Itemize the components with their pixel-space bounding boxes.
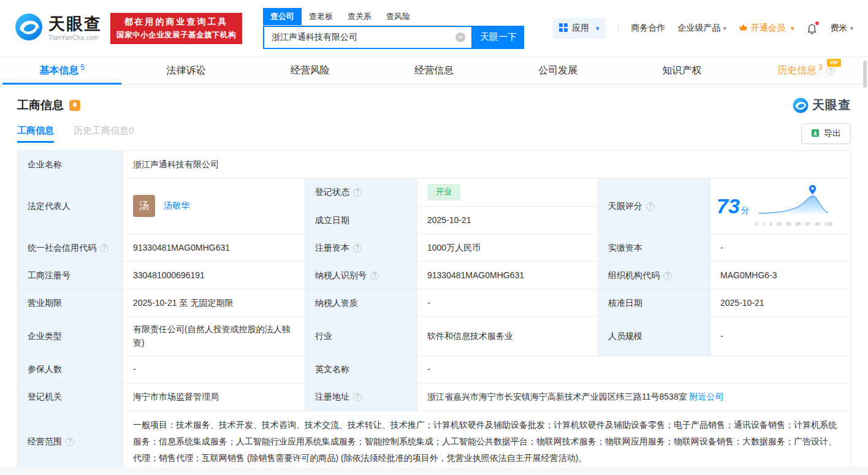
tab-intellectual-property[interactable]: 知识产权: [620, 57, 744, 84]
score-distribution-curve: [755, 184, 832, 216]
table-row: 登记机关 海宁市市场监督管理局 注册地址 浙江省嘉兴市海宁市长安镇海宁高新技术产…: [18, 383, 851, 411]
nearby-companies-link[interactable]: 附近公司: [690, 392, 724, 401]
tab-history-info[interactable]: VIP 历史信息3: [744, 57, 868, 84]
insured-value: -: [123, 355, 305, 383]
status-badge: 开业: [427, 184, 460, 200]
apps-grid-icon: [559, 23, 568, 34]
search-button[interactable]: 天眼一下: [473, 26, 524, 49]
legal-rep-label: 法定代表人: [18, 178, 123, 234]
term-value: 2025-10-21 至 无固定期限: [123, 289, 305, 316]
help-icon[interactable]: [66, 438, 74, 446]
paid-capital-value: -: [710, 234, 851, 261]
user-name: 费米: [830, 23, 847, 34]
watermark-brand-text: 天眼查: [812, 97, 851, 113]
org-code-label: 组织机构代码: [598, 261, 710, 289]
help-icon[interactable]: [353, 188, 362, 197]
taxpayer-qual-label: 纳税人资质: [305, 289, 417, 316]
company-name-value: 浙江声通科技有限公司: [123, 151, 851, 178]
term-label: 营业期限: [18, 289, 123, 316]
search-tab-risk[interactable]: 查风险: [379, 8, 417, 25]
authority-value: 海宁市市场监督管理局: [123, 383, 305, 411]
scope-value: 一般项目：技术服务、技术开发、技术咨询、技术交流、技术转让、技术推广；计算机软硬…: [123, 411, 851, 473]
help-icon[interactable]: [646, 202, 655, 211]
credit-code-value: 91330481MAG0MHG631: [123, 234, 305, 261]
reg-capital-label: 注册资本: [305, 234, 417, 261]
tab-operating-risk[interactable]: 经营风险: [248, 57, 372, 84]
brand-domain: TianYanCha.com: [48, 35, 102, 41]
help-icon[interactable]: [353, 244, 362, 253]
open-vip-button[interactable]: 开通会员: [739, 23, 794, 34]
search-tabs: 查公司 查老板 查关系 查风险: [263, 8, 454, 26]
clear-search-icon[interactable]: [455, 32, 465, 42]
reg-no-value: 330481000696191: [123, 261, 305, 289]
tab-company-development[interactable]: 公司发展: [496, 57, 620, 84]
staff-size-value: -: [710, 316, 851, 355]
export-icon: [811, 129, 820, 139]
reg-status-value: 开业: [417, 178, 598, 207]
legal-rep-link[interactable]: 汤敬华: [164, 200, 189, 210]
export-button[interactable]: 导出: [801, 123, 851, 144]
tianyan-score-cell: 73分: [710, 178, 851, 234]
help-icon[interactable]: [100, 244, 108, 253]
help-icon[interactable]: [663, 272, 672, 280]
reg-no-label: 工商注册号: [18, 261, 123, 289]
industry-label: 行业: [305, 316, 417, 355]
tab-legal-proceedings[interactable]: 法律诉讼: [124, 57, 248, 84]
table-row: 企业类型 有限责任公司(自然人投资或控股的法人独资) 行业 软件和信息技术服务业…: [18, 316, 851, 355]
help-icon[interactable]: [353, 393, 362, 401]
header-divider: [618, 23, 619, 33]
top-header: 天眼查 TianYanCha.com 都在用的商业查询工具 国家中小企业发展子基…: [0, 0, 868, 56]
footer-strip: [0, 467, 868, 475]
taxpayer-id-value: 91330481MAG0MHG631: [417, 261, 598, 289]
slogan-banner: 都在用的商业查询工具 国家中小企业发展子基金旗下机构: [110, 13, 242, 44]
subtab-business-info[interactable]: 工商信息: [17, 125, 54, 143]
slogan-line2: 国家中小企业发展子基金旗下机构: [116, 30, 236, 40]
subtab-history-business-info[interactable]: 历史工商信息0: [74, 125, 134, 143]
approval-date-label: 核准日期: [598, 289, 710, 316]
staff-size-label: 人员规模: [598, 316, 710, 355]
main-content: 工商信息 天眼查 工商信息 历史工商信息0 导出: [0, 97, 868, 473]
table-row: 工商注册号 330481000696191 纳税人识别号 91330481MAG…: [18, 261, 851, 289]
apps-menu-button[interactable]: 应用: [552, 18, 606, 39]
user-menu[interactable]: 费米: [830, 23, 853, 34]
brand-logo[interactable]: 天眼查 TianYanCha.com: [15, 13, 102, 44]
table-row: 经营范围 一般项目：技术服务、技术开发、技术咨询、技术交流、技术转让、技术推广；…: [18, 411, 851, 473]
tab-basic-info[interactable]: 基本信息5: [0, 57, 124, 84]
company-nav-tabs: 基本信息5 法律诉讼 经营风险 经营信息 公司发展 知识产权 VIP 历史信息3: [0, 56, 868, 85]
vip-badge: VIP: [827, 59, 841, 67]
tianyancha-logo-icon: [15, 13, 43, 44]
search-tab-company[interactable]: 查公司: [263, 8, 302, 25]
est-date-label: 成立日期: [305, 206, 417, 234]
english-name-label: 英文名称: [305, 355, 417, 383]
paid-capital-label: 实缴资本: [598, 234, 710, 261]
english-name-value: -: [417, 355, 851, 383]
help-icon[interactable]: [370, 272, 379, 280]
legal-rep-avatar[interactable]: 汤: [133, 195, 155, 217]
est-date-value: 2025-10-21: [417, 206, 598, 234]
history-info-count: 3: [818, 63, 823, 72]
search-tab-boss[interactable]: 查老板: [302, 8, 340, 25]
org-code-value: MAG0MHG6-3: [710, 261, 851, 289]
search-box: [263, 26, 473, 49]
subscribe-bell-icon[interactable]: [69, 100, 80, 111]
business-cooperation-link[interactable]: 商务合作: [631, 23, 665, 34]
reg-capital-value: 1000万人民币: [417, 234, 598, 261]
subtabs-row: 工商信息 历史工商信息0 导出: [17, 123, 851, 144]
page-scrollbar[interactable]: [863, 61, 867, 88]
search-input[interactable]: [270, 32, 455, 43]
search-tab-relation[interactable]: 查关系: [340, 8, 379, 25]
insured-label: 参保人数: [18, 355, 123, 383]
history-help-icon[interactable]: [826, 66, 835, 75]
table-row: 法定代表人 汤 汤敬华 登记状态 开业 天眼评分 73分: [18, 178, 851, 207]
basic-info-count: 5: [80, 63, 85, 72]
tab-operating-info[interactable]: 经营信息: [372, 57, 496, 84]
search-area: 查公司 查老板 查关系 查风险 天眼一下: [263, 8, 524, 49]
section-title: 工商信息: [17, 97, 64, 113]
score-label: 天眼评分: [598, 178, 710, 234]
notification-bell-icon[interactable]: [806, 23, 818, 34]
score-axis-ticks: 0131550859799100: [755, 221, 833, 228]
table-row: 统一社会信用代码 91330481MAG0MHG631 注册资本 1000万人民…: [18, 234, 851, 261]
taxpayer-id-label: 纳税人识别号: [305, 261, 417, 289]
enterprise-products-menu[interactable]: 企业级产品: [677, 23, 726, 34]
watermark-logo: 天眼查: [793, 97, 851, 113]
